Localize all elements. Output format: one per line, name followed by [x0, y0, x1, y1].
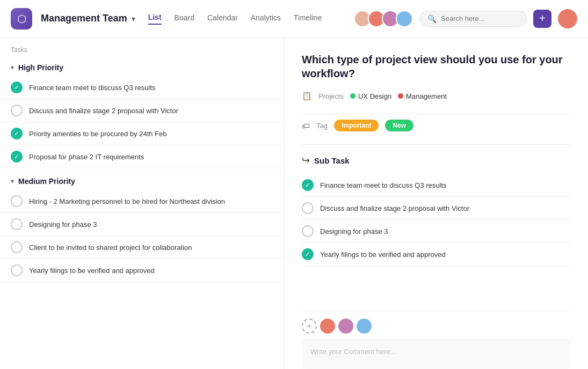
ux-design-dot	[350, 93, 355, 99]
add-commenter-icon[interactable]: +	[302, 319, 317, 334]
search-input[interactable]	[441, 14, 516, 23]
subtask-header: ↪ Sub Task	[302, 154, 571, 166]
team-dropdown-icon[interactable]: ▾	[132, 14, 135, 23]
commenter-avatar	[338, 319, 353, 334]
comment-placeholder: Write your Comment here...	[310, 348, 396, 356]
task-item[interactable]: Hiring - 2 Marketing personnel to be hir…	[0, 190, 284, 213]
subtask-title: Sub Task	[314, 156, 350, 165]
logo-icon: ⬡	[17, 12, 26, 25]
header: ⬡ Management Team ▾ List Board Calendar …	[0, 0, 588, 38]
task-checkbox[interactable]: ✓	[11, 151, 23, 163]
subtask-checkbox[interactable]: ✓	[302, 179, 314, 191]
tab-timeline[interactable]: Timeline	[294, 13, 322, 24]
commenter-avatar	[320, 319, 335, 334]
team-title: Management Team	[41, 13, 127, 24]
current-user-avatar[interactable]	[558, 9, 577, 28]
tag-important-badge[interactable]: Important	[334, 120, 379, 131]
panel-title: Which type of project view should you us…	[302, 53, 571, 80]
subtask-checkbox[interactable]	[302, 202, 314, 214]
detail-panel: Which type of project view should you us…	[285, 38, 588, 369]
task-text: Client to be invited to shared project f…	[29, 243, 192, 252]
task-item[interactable]: ✓ Proposal for phase 2 IT requirements	[0, 145, 284, 168]
subtask-text: Discuss and finalize stage 2 proposal wi…	[320, 204, 469, 212]
subtask-text: Designing for phase 3	[320, 227, 388, 235]
subtask-section: ↪ Sub Task ✓ Finance team meet to discus…	[302, 154, 571, 266]
task-text: Proposal for phase 2 IT requirements	[29, 153, 144, 161]
subtask-checkbox[interactable]: ✓	[302, 248, 314, 260]
tag-icon: 🏷	[302, 121, 310, 130]
subtask-text: Finance team meet to discuss Q3 results	[320, 181, 447, 189]
tab-list[interactable]: List	[148, 13, 162, 25]
task-text: Finance team meet to discuss Q3 results	[29, 84, 156, 92]
tab-board[interactable]: Board	[175, 13, 194, 24]
comment-avatars: +	[302, 319, 571, 334]
projects-icon: 📋	[302, 91, 312, 101]
task-text: Priority amenties to be procured by 24th…	[29, 130, 167, 138]
team-avatars	[354, 10, 413, 27]
tag-new-badge[interactable]: New	[385, 120, 413, 131]
chevron-icon: ▾	[11, 178, 14, 185]
medium-priority-header[interactable]: ▾ Medium Priority	[0, 173, 284, 190]
task-text: Hiring - 2 Marketing personnel to be hir…	[29, 197, 225, 205]
subtask-item[interactable]: ✓ Finance team meet to discuss Q3 result…	[302, 174, 571, 197]
management-value: Management	[398, 92, 447, 100]
task-item[interactable]: ✓ Finance team meet to discuss Q3 result…	[0, 76, 284, 99]
task-item[interactable]: ✓ Priority amenties to be procured by 24…	[0, 122, 284, 145]
search-bar[interactable]: 🔍	[419, 11, 527, 27]
comment-area: + Write your Comment here...	[302, 311, 571, 369]
subtask-item[interactable]: Designing for phase 3	[302, 220, 571, 243]
subtask-section-icon: ↪	[302, 154, 310, 166]
task-checkbox[interactable]	[11, 195, 23, 207]
task-checkbox[interactable]	[11, 241, 23, 253]
high-priority-title: High Priority	[18, 63, 63, 72]
projects-label: Projects	[318, 92, 344, 100]
team-title-wrap: Management Team ▾	[41, 13, 140, 24]
task-item[interactable]: Discuss and finalize stage 2 proposal wi…	[0, 99, 284, 122]
task-checkbox[interactable]	[11, 264, 23, 276]
task-item[interactable]: Yearly filings to be verified and approv…	[0, 259, 284, 282]
task-list-panel: Tasks ▾ High Priority ✓ Finance team mee…	[0, 38, 285, 369]
projects-meta-row: 📋 Projects UX Design Management	[302, 91, 571, 101]
tasks-label: Tasks	[0, 46, 284, 59]
comment-input-wrap[interactable]: Write your Comment here...	[302, 339, 571, 369]
avatar	[396, 10, 413, 27]
subtask-item[interactable]: Discuss and finalize stage 2 proposal wi…	[302, 197, 571, 220]
medium-priority-title: Medium Priority	[18, 177, 75, 186]
subtask-item[interactable]: ✓ Yearly filings to be verified and appr…	[302, 243, 571, 266]
header-right: 🔍 +	[354, 9, 577, 28]
chevron-icon: ▾	[11, 64, 14, 71]
task-checkbox[interactable]	[11, 105, 23, 116]
high-priority-header[interactable]: ▾ High Priority	[0, 59, 284, 76]
task-checkbox[interactable]: ✓	[11, 128, 23, 139]
main-content: Tasks ▾ High Priority ✓ Finance team mee…	[0, 38, 588, 369]
task-text: Discuss and finalize stage 2 proposal wi…	[29, 107, 178, 115]
subtask-text: Yearly filings to be verified and approv…	[320, 250, 446, 259]
plus-icon: +	[539, 12, 546, 25]
task-item[interactable]: Client to be invited to shared project f…	[0, 236, 284, 259]
task-text: Designing for phase 3	[29, 220, 97, 228]
commenter-avatar	[357, 319, 372, 334]
tag-meta-row: 🏷 Tag Important New	[302, 120, 571, 131]
ux-design-value: UX Design	[350, 92, 391, 100]
medium-priority-group: ▾ Medium Priority Hiring - 2 Marketing p…	[0, 173, 284, 282]
divider	[302, 144, 571, 145]
search-icon: 🔍	[427, 14, 437, 23]
management-dot	[398, 93, 403, 99]
task-item[interactable]: Designing for phase 3	[0, 213, 284, 236]
task-checkbox[interactable]: ✓	[11, 82, 23, 93]
logo: ⬡	[11, 8, 32, 29]
tab-analytics[interactable]: Analytics	[251, 13, 281, 24]
add-button[interactable]: +	[533, 10, 551, 28]
nav-tabs: List Board Calendar Analytics Timeline	[148, 13, 345, 25]
task-checkbox[interactable]	[11, 218, 23, 230]
task-text: Yearly filings to be verified and approv…	[29, 267, 155, 275]
tab-calendar[interactable]: Calendar	[207, 13, 238, 24]
high-priority-group: ▾ High Priority ✓ Finance team meet to d…	[0, 59, 284, 168]
tag-label: Tag	[316, 122, 328, 130]
subtask-checkbox[interactable]	[302, 225, 314, 237]
divider	[302, 114, 571, 114]
